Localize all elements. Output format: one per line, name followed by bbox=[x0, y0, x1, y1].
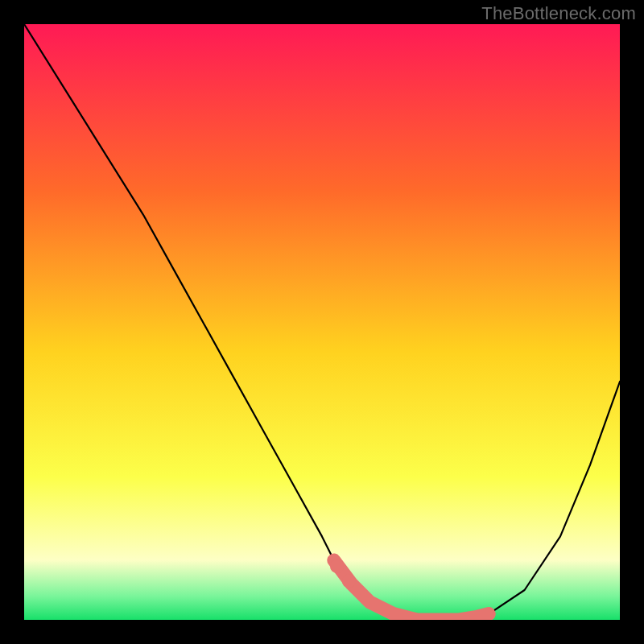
chart-svg bbox=[24, 24, 620, 620]
highlight-dot bbox=[330, 559, 344, 573]
plot-area bbox=[24, 24, 620, 620]
watermark-text: TheBottleneck.com bbox=[481, 3, 636, 24]
highlight-dot bbox=[342, 574, 356, 588]
heat-gradient bbox=[24, 24, 620, 620]
chart-frame: TheBottleneck.com bbox=[0, 0, 644, 644]
